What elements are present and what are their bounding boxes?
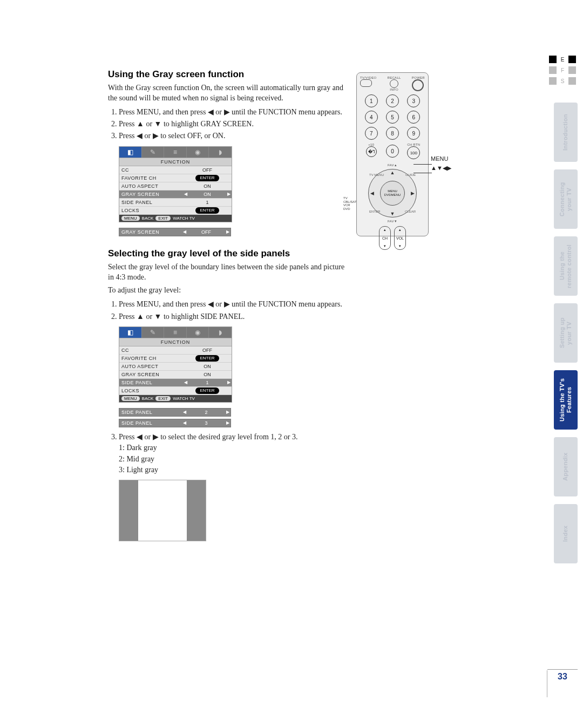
triangle-left-icon[interactable]: ◀ [182, 229, 187, 234]
triangle-right-icon[interactable]: ▶ [226, 192, 232, 196]
osd-row-label: GRAY SCREEN [119, 372, 183, 377]
osd-row-value: OFF [188, 167, 226, 173]
remote-dpad[interactable]: TV MENU GUIDE ENTER CLEAR ▲ ▼ ◀ ▶ MENU D… [368, 169, 417, 217]
osd-row[interactable]: FAVORITE CHENTER [119, 355, 232, 363]
triangle-left-icon[interactable]: ◀ [183, 192, 188, 196]
remote-tvvideo-button[interactable] [360, 79, 372, 87]
remote-dpad-left-icon[interactable]: ◀ [370, 190, 374, 196]
osd-tab-icon[interactable]: ◗ [209, 147, 232, 158]
osd-tab-icon[interactable]: ◉ [187, 327, 209, 338]
remote-menu-button[interactable]: MENU DVDMENU [380, 181, 405, 206]
triangle-left-icon[interactable]: ◀ [182, 410, 187, 414]
osd-row[interactable]: CCOFF [119, 346, 232, 355]
osd-row-value: ON [188, 183, 226, 189]
triangle-left-icon[interactable]: ◀ [182, 420, 187, 425]
osd-row[interactable]: FAVORITE CHENTER [119, 174, 232, 182]
osd-tab-icon[interactable]: ✎ [142, 327, 165, 338]
remote-numpad: 1 2 3 4 5 6 7 8 9 +10 �⅂ 0 CH RTN 100 [362, 94, 423, 159]
section1-intro: With the Gray screen function On, the sc… [108, 83, 345, 104]
remote-num-100[interactable]: 100 [407, 146, 420, 159]
side-panel-figure [119, 480, 206, 541]
tab-index[interactable]: Index [554, 504, 578, 563]
remote-power-button[interactable] [412, 79, 424, 91]
tab-setting[interactable]: Setting up your TV [554, 303, 578, 363]
tab-remote[interactable]: Using the remote control [554, 236, 578, 296]
triangle-right-icon[interactable]: ▶ [225, 420, 231, 425]
remote-recall-button[interactable] [390, 79, 398, 88]
remote-num-0[interactable]: 0 [386, 145, 399, 158]
level-1: 1: Dark gray [119, 444, 157, 452]
osd-row[interactable]: GRAY SCREENON [119, 371, 232, 379]
remote-num-5[interactable]: 5 [386, 111, 399, 124]
step: Press ◀ or ▶ to select OFF, or ON. [119, 131, 345, 141]
remote-favdn-label: FAV▼ [360, 220, 425, 223]
osd-row-label: LOCKS [119, 388, 183, 393]
remote-tvvideo-label: TV/VIDEO [360, 76, 376, 79]
osd-row[interactable]: SIDE PANEL◀1▶ [119, 379, 232, 387]
osd-row[interactable]: CCOFF [119, 166, 232, 174]
osd-header: FUNCTION [119, 338, 232, 346]
remote-info-label: INFO [388, 88, 401, 91]
remote-num-9[interactable]: 9 [407, 127, 420, 140]
osd-row-value: ON [188, 192, 226, 197]
osd-row[interactable]: GRAY SCREEN ◀ OFF ▶ [119, 228, 231, 236]
picture-area [138, 480, 187, 541]
lang-marker [549, 66, 557, 74]
osd-foot-menu: MENU [121, 396, 140, 401]
osd-row-label: GRAY SCREEN [119, 192, 183, 197]
remote-plus10-button[interactable]: �⅂ [366, 146, 377, 157]
remote-dpad-up-icon[interactable]: ▲ [390, 170, 395, 175]
osd-row-label: FAVORITE CH [119, 175, 183, 181]
remote-callouts: MENU ▲▼◀▶ [431, 154, 451, 172]
tab-appendix[interactable]: Appendix [554, 437, 578, 496]
osd-tab-icon[interactable]: ≡ [164, 147, 187, 158]
osd-row[interactable]: LOCKSENTER [119, 207, 232, 215]
osd-tab-icon[interactable]: ✎ [142, 147, 165, 158]
osd-row[interactable]: LOCKSENTER [119, 387, 232, 395]
section2-title: Selecting the gray level of the side pan… [108, 248, 345, 259]
triangle-right-icon[interactable]: ▶ [225, 229, 231, 234]
osd-row-label: AUTO ASPECT [119, 183, 183, 189]
side-panel-right [187, 480, 206, 541]
tab-features[interactable]: Using the TV's Features [554, 370, 578, 430]
osd-row[interactable]: GRAY SCREEN◀ON▶ [119, 190, 232, 199]
remote-corner-tvmenu: TV MENU [369, 173, 384, 176]
osd-tab-icon[interactable]: ◗ [209, 327, 232, 338]
tab-introduction[interactable]: Introduction [554, 103, 578, 162]
remote-num-1[interactable]: 1 [365, 94, 378, 107]
remote-num-4[interactable]: 4 [365, 111, 378, 124]
lang-marker [568, 56, 576, 63]
osd-row-label: AUTO ASPECT [119, 364, 183, 369]
remote-dpad-right-icon[interactable]: ▶ [411, 190, 415, 196]
osd-foot-watch: WATCH TV [173, 216, 195, 221]
callout-arrows: ▲▼◀▶ [431, 164, 451, 173]
osd-tab-icon[interactable]: ◧ [119, 147, 142, 158]
triangle-left-icon[interactable]: ◀ [183, 380, 188, 385]
osd-header: FUNCTION [119, 158, 232, 166]
step: Press ▲ or ▼ to highlight GRAY SCREEN. [119, 119, 345, 130]
osd-tab-icon[interactable]: ◉ [187, 147, 209, 158]
triangle-right-icon[interactable]: ▶ [226, 380, 232, 385]
osd-row[interactable]: AUTO ASPECTON [119, 363, 232, 371]
osd-row-label: FAVORITE CH [119, 356, 183, 361]
osd-tab-icon[interactable]: ◧ [119, 327, 142, 338]
osd-tab-icon[interactable]: ≡ [164, 327, 187, 338]
tab-connecting[interactable]: Connecting your TV [554, 169, 578, 229]
remote-ch-rocker[interactable]: ▴CH▾ [379, 226, 391, 250]
triangle-right-icon[interactable]: ▶ [225, 410, 231, 414]
section1-steps: Press MENU, and then press ◀ or ▶ until … [119, 107, 345, 142]
remote-vol-rocker[interactable]: ▴VOL▾ [394, 226, 406, 250]
osd-row-value: OFF [187, 229, 225, 235]
remote-plus10-label: +10 [362, 143, 380, 146]
osd-row[interactable]: SIDE PANEL1 [119, 199, 232, 207]
osd-row[interactable]: SIDE PANEL◀2▶ [119, 408, 231, 417]
remote-dpad-down-icon[interactable]: ▼ [390, 211, 395, 216]
remote-num-2[interactable]: 2 [386, 94, 399, 107]
osd-row[interactable]: AUTO ASPECTON [119, 182, 232, 190]
step: Press ◀ or ▶ to select the desired gray … [119, 432, 345, 475]
remote-num-7[interactable]: 7 [365, 127, 378, 140]
remote-num-8[interactable]: 8 [386, 127, 399, 140]
osd-row[interactable]: SIDE PANEL◀3▶ [119, 419, 231, 427]
remote-num-3[interactable]: 3 [407, 94, 420, 107]
remote-num-6[interactable]: 6 [407, 111, 420, 124]
